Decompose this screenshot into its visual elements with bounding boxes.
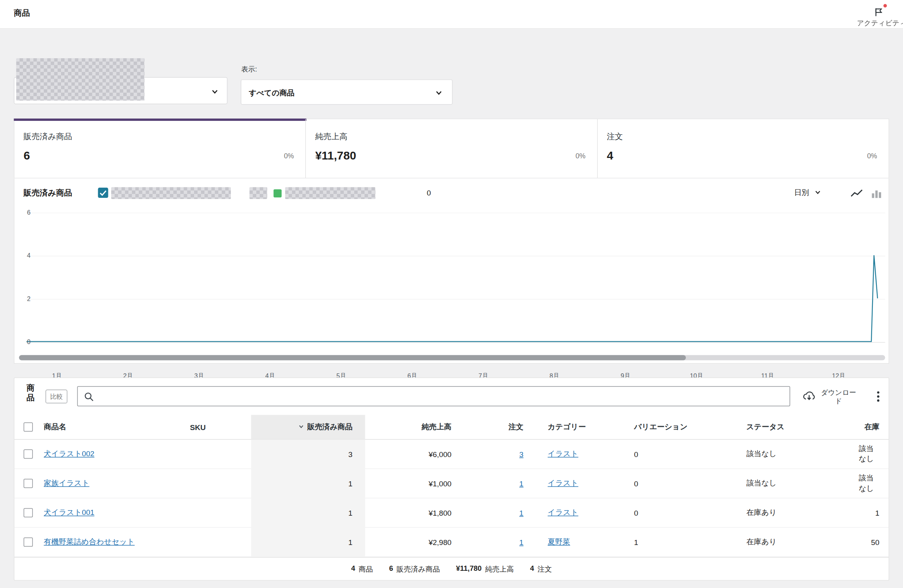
- card-net-sales[interactable]: 純売上高 ¥11,780 0%: [306, 119, 597, 178]
- footer-net-sales-label: 純売上高: [485, 564, 514, 574]
- card-orders[interactable]: 注文 4 0%: [597, 119, 889, 178]
- table-section-title: 商品: [27, 383, 36, 403]
- variations-cell: 1: [632, 528, 737, 557]
- interval-value: 日別: [794, 188, 809, 198]
- stock-cell: 1: [859, 498, 889, 527]
- header-status: ステータス: [737, 415, 859, 439]
- table-header-row: 商品名 SKU 販売済み商品 純売上高 注文 カテゴリー バリエーション ステー…: [14, 415, 889, 439]
- category-link[interactable]: 夏野菜: [548, 537, 570, 547]
- net-sales-cell: ¥1,000: [365, 469, 460, 498]
- orders-link[interactable]: 1: [519, 479, 523, 488]
- footer-items-sold-label: 販売済み商品: [397, 564, 440, 574]
- compare-button[interactable]: 比較: [45, 390, 67, 403]
- redacted-legend-label-3: [285, 187, 376, 199]
- stock-cell: 50: [859, 528, 889, 557]
- product-filter-select[interactable]: すべての商品: [241, 79, 453, 105]
- status-cell: 該当なし: [737, 440, 859, 469]
- redacted-legend-label-1: [111, 187, 231, 199]
- cloud-download-icon: [802, 390, 816, 404]
- table-row: 家族イラスト 1 ¥1,000 1 イラスト 0 該当なし 該当なし: [14, 469, 889, 498]
- stock-cell: 該当なし: [859, 469, 889, 498]
- page-title: 商品: [14, 8, 30, 18]
- header-net-sales[interactable]: 純売上高: [365, 415, 460, 439]
- stock-cell: 該当なし: [859, 440, 889, 469]
- viewport: 商品 アクティビティ 表示: すべての商品 販売済み商品 6 0% 純売上高: [0, 0, 903, 588]
- card-delta: 0%: [576, 152, 586, 160]
- status-cell: 在庫あり: [737, 498, 859, 527]
- header-sku[interactable]: SKU: [144, 415, 251, 439]
- orders-link[interactable]: 3: [519, 450, 523, 458]
- chevron-down-icon: [814, 188, 822, 198]
- card-value: ¥11,780: [315, 149, 356, 162]
- activity-panel-button[interactable]: アクティビティ: [857, 0, 903, 29]
- items-sold-cell: 3: [251, 440, 365, 469]
- card-value: 4: [607, 149, 613, 162]
- table-row: 有機野菜詰め合わせセット 1 ¥2,980 1 夏野菜 1 在庫あり 50: [14, 528, 889, 557]
- card-value: 6: [23, 149, 30, 162]
- kebab-menu-icon[interactable]: [872, 387, 884, 406]
- header-orders[interactable]: 注文: [461, 415, 533, 439]
- download-label: ダウンロード: [820, 389, 858, 406]
- orders-link[interactable]: 1: [519, 538, 523, 547]
- footer-products-label: 商品: [358, 564, 373, 574]
- selected-card-indicator: [14, 118, 306, 121]
- row-checkbox[interactable]: [23, 538, 33, 547]
- card-delta: 0%: [284, 152, 294, 160]
- bar-chart-toggle-icon[interactable]: [871, 188, 881, 201]
- row-checkbox[interactable]: [23, 508, 33, 518]
- download-button[interactable]: ダウンロード: [802, 385, 869, 409]
- chart-scrollbar-thumb[interactable]: [19, 355, 686, 360]
- product-name-link[interactable]: 犬イラスト002: [44, 449, 94, 459]
- sort-desc-icon: [298, 423, 305, 431]
- flag-icon: [874, 7, 884, 20]
- legend-checkbox-series1[interactable]: [98, 188, 108, 198]
- card-items-sold[interactable]: 販売済み商品 6 0%: [14, 119, 306, 178]
- category-link[interactable]: イラスト: [548, 507, 578, 518]
- chart-panel: 販売済み商品 0 日別 6420 1月2月3月4月5月6月7月8月9月10月11…: [14, 178, 889, 364]
- status-cell: 該当なし: [737, 469, 859, 498]
- y-tick-label: 6: [20, 209, 31, 216]
- footer-items-sold-count: 6: [389, 564, 393, 574]
- header-category: カテゴリー: [533, 415, 632, 439]
- product-name-link[interactable]: 犬イラスト001: [44, 507, 94, 518]
- chart-gridlines: [26, 213, 885, 342]
- row-checkbox[interactable]: [23, 479, 33, 488]
- card-label: 純売上高: [315, 132, 347, 142]
- header-product-name[interactable]: 商品名: [38, 415, 145, 439]
- search-input[interactable]: [78, 387, 790, 406]
- items-sold-cell: 1: [251, 498, 365, 527]
- interval-select[interactable]: 日別: [794, 188, 822, 198]
- product-name-link[interactable]: 有機野菜詰め合わせセット: [44, 537, 135, 547]
- variations-cell: 0: [632, 440, 737, 469]
- card-label: 注文: [607, 132, 623, 142]
- variations-cell: 0: [632, 498, 737, 527]
- line-chart-toggle-icon[interactable]: [851, 189, 863, 200]
- y-tick-label: 2: [20, 295, 31, 302]
- activity-label: アクティビティ: [857, 18, 903, 28]
- chart-scrollbar-track[interactable]: [19, 355, 885, 360]
- category-link[interactable]: イラスト: [548, 449, 578, 459]
- select-all-checkbox[interactable]: [23, 422, 33, 432]
- notification-dot: [882, 3, 888, 9]
- items-sold-cell: 1: [251, 469, 365, 498]
- sku-cell: [144, 498, 251, 527]
- products-table-panel: 商品 比較 ダウンロード 商品名 SKU 販売済み商品 純売上高 注文: [14, 378, 889, 581]
- table-row: 犬イラスト002 3 ¥6,000 3 イラスト 0 該当なし 該当なし: [14, 440, 889, 469]
- footer-net-sales-value: ¥11,780: [456, 564, 482, 574]
- header-variations[interactable]: バリエーション: [632, 415, 737, 439]
- sales-line-chart[interactable]: [14, 207, 890, 345]
- variations-cell: 0: [632, 469, 737, 498]
- footer-orders-label: 注文: [538, 564, 552, 574]
- product-name-link[interactable]: 家族イラスト: [44, 478, 90, 488]
- redacted-legend-label-2: [249, 187, 267, 199]
- redacted-date-range: [16, 58, 144, 101]
- search-box: [77, 386, 790, 407]
- header-stock[interactable]: 在庫: [859, 415, 889, 439]
- footer-orders-count: 4: [530, 564, 534, 574]
- orders-link[interactable]: 1: [519, 508, 523, 517]
- analytics-products-page: 商品 アクティビティ 表示: すべての商品 販売済み商品 6 0% 純売上高: [0, 0, 903, 588]
- header-items-sold[interactable]: 販売済み商品: [251, 415, 365, 439]
- category-link[interactable]: イラスト: [548, 478, 578, 488]
- row-checkbox[interactable]: [23, 450, 33, 459]
- legend-swatch-series2: [273, 189, 282, 197]
